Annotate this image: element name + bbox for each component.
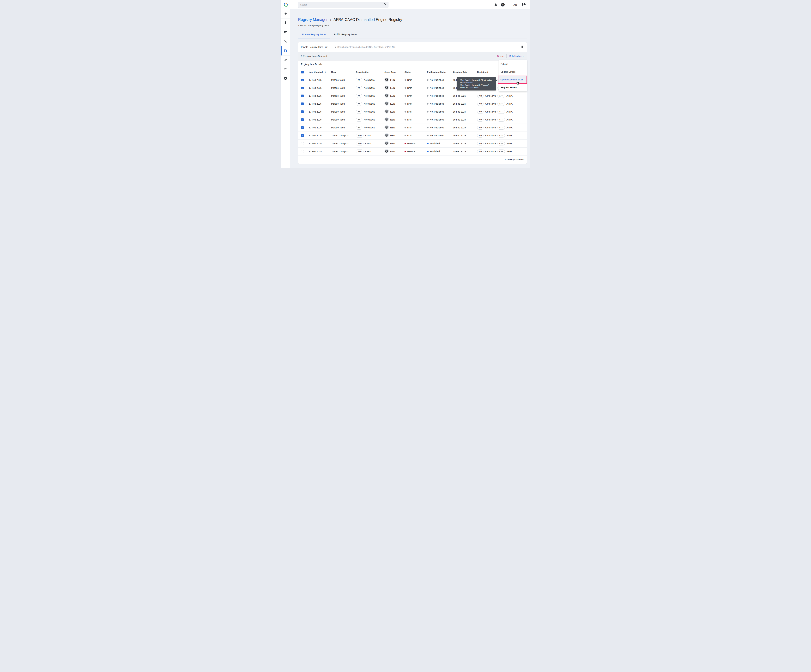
menu-item-request-review[interactable]: Request Review <box>499 83 527 91</box>
column-header-organization[interactable]: Organization <box>356 68 384 76</box>
menu-item-update-details[interactable]: Update Details <box>499 68 527 76</box>
column-header-publication-status[interactable]: Publication Status <box>427 68 453 76</box>
table-row[interactable]: 17 Feb 2025 Matsuo Tatsui ANAero Nova ES… <box>298 92 527 100</box>
cell-status: Draft <box>407 87 412 89</box>
table-row[interactable]: 17 Feb 2025 Matsuo Tatsui ANAero Nova ES… <box>298 108 527 116</box>
sidebar-item-dashboard[interactable] <box>281 28 290 37</box>
registry-search-input[interactable] <box>338 46 517 48</box>
tooltip-bullet-item: •Only Registry Items with “Draft” status… <box>458 79 494 84</box>
app-logo[interactable] <box>283 2 288 7</box>
status-dot <box>404 151 406 152</box>
org-code-chip: AFR <box>356 142 363 146</box>
column-header-last-updated[interactable]: Last Updated <box>309 71 323 73</box>
org-code-chip: AN <box>356 126 362 129</box>
gear-icon <box>284 76 287 81</box>
cell-registrant-name: Aero Nova <box>485 110 496 113</box>
row-checkbox[interactable] <box>301 110 304 113</box>
org-code-chip: AN <box>356 118 362 122</box>
select-all-checkbox[interactable] <box>301 71 304 73</box>
cell-creation-date: 15 Feb 2025 <box>453 110 466 113</box>
cell-publication-status: Published <box>430 150 440 153</box>
org-code-chip: AFR <box>497 142 505 146</box>
global-search-input[interactable] <box>298 3 383 6</box>
org-code-chip: AN <box>356 78 362 82</box>
cell-status: Revoked <box>407 142 416 145</box>
sidebar-item-settings[interactable] <box>281 74 290 83</box>
publication-status-dot <box>427 135 429 136</box>
cell-registrant-name: AFRA <box>506 150 512 153</box>
tab-public-registry-items[interactable]: Public Registry Items <box>330 32 361 39</box>
menu-item-update-document-list[interactable]: Update Document List <box>498 76 527 84</box>
table-row[interactable]: 17 Feb 2025 James Thompson AFRAFRA ESN D… <box>298 132 527 140</box>
tab-private-registry-items[interactable]: Private Registry Items <box>298 32 330 39</box>
cell-status: Revoked <box>407 150 416 153</box>
sort-desc-icon[interactable]: ↓ <box>325 71 326 73</box>
menu-item-publish[interactable]: Publish <box>499 60 527 68</box>
row-checkbox[interactable] <box>301 95 304 97</box>
sidebar-item-files[interactable] <box>281 65 290 74</box>
org-code-chip: AN <box>477 126 484 129</box>
cell-user: Matsuo Tatsui <box>331 126 345 129</box>
cell-status: Draft <box>407 134 412 137</box>
list-toolbar: Private Registry Items List <box>298 42 527 52</box>
help-icon[interactable]: ? <box>499 0 506 9</box>
cell-last-updated: 17 Feb 2025 <box>309 142 322 145</box>
row-checkbox[interactable] <box>301 79 304 81</box>
delete-button[interactable]: Delete <box>497 55 504 58</box>
sidebar-item-asset-sync[interactable] <box>281 37 290 46</box>
divider <box>506 54 507 58</box>
row-checkbox[interactable] <box>301 134 304 137</box>
row-checkbox[interactable] <box>301 150 304 153</box>
status-dot <box>404 143 406 144</box>
publication-status-dot <box>427 87 429 89</box>
row-checkbox[interactable] <box>301 87 304 89</box>
status-dot <box>404 135 406 136</box>
sidebar-item-aircraft[interactable] <box>281 19 290 28</box>
cell-user: James Thompson <box>331 134 349 137</box>
table-row[interactable]: 17 Feb 2025 James Thompson AFRAFRA ESN R… <box>298 148 527 156</box>
table-row[interactable]: 17 Feb 2025 James Thompson AFRAFRA ESN R… <box>298 140 527 148</box>
cell-publication-status: Published <box>430 142 440 145</box>
cell-last-updated: 17 Feb 2025 <box>309 119 322 121</box>
row-checkbox[interactable] <box>301 119 304 121</box>
caret-up-icon: ▴ <box>523 55 523 57</box>
cell-status: Draft <box>407 95 412 97</box>
page-title: AFRA-CAAC Dismantled Engine Registry <box>334 17 402 22</box>
cell-asset-type: ESN <box>390 126 395 129</box>
bulk-update-button[interactable]: Bulk Update ▴ <box>509 55 523 58</box>
registry-items-card: Private Registry Items List 8 Registry I… <box>298 42 527 164</box>
cell-user: Matsuo Tatsui <box>331 110 345 113</box>
search-icon[interactable] <box>383 3 386 7</box>
column-header-creation-date[interactable]: Creation Date <box>453 68 477 76</box>
sidebar-item-transfers[interactable] <box>281 56 290 65</box>
column-settings-button[interactable] <box>517 42 527 52</box>
row-checkbox[interactable] <box>301 102 304 105</box>
cell-publication-status: Not Published <box>430 102 444 105</box>
sidebar-item-add[interactable] <box>281 9 290 19</box>
column-header-user[interactable]: User <box>331 68 356 76</box>
table-row[interactable]: 17 Feb 2025 Matsuo Tatsui ANAero Nova ES… <box>298 124 527 132</box>
cell-user: Matsuo Tatsui <box>331 119 345 121</box>
cell-asset-type: ESN <box>390 142 395 145</box>
column-header-asset-type[interactable]: Asset Type <box>384 68 404 76</box>
table-row[interactable]: 17 Feb 2025 Matsuo Tatsui ANAero Nova ES… <box>298 100 527 108</box>
publication-status-dot <box>427 143 429 144</box>
svg-text:?: ? <box>502 3 504 6</box>
cell-registrant-name: Aero Nova <box>485 102 496 105</box>
breadcrumb-parent-link[interactable]: Registry Manager <box>298 17 327 22</box>
column-header-status[interactable]: Status <box>404 68 427 76</box>
cell-org-name: Aero Nova <box>364 87 375 89</box>
user-menu[interactable]: AN <box>508 2 527 8</box>
cell-last-updated: 17 Feb 2025 <box>309 95 322 97</box>
org-code-chip: AN <box>477 149 484 153</box>
cell-status: Draft <box>407 102 412 105</box>
notifications-bell-icon[interactable] <box>492 0 499 9</box>
cell-status: Draft <box>407 119 412 121</box>
row-checkbox[interactable] <box>301 126 304 129</box>
row-checkbox[interactable] <box>301 142 304 145</box>
cell-org-name: Aero Nova <box>364 110 375 113</box>
cell-last-updated: 17 Feb 2025 <box>309 150 322 153</box>
sidebar-item-registry-manager[interactable] <box>281 46 290 56</box>
cell-registrant-name: AFRA <box>506 119 512 121</box>
table-row[interactable]: 17 Feb 2025 Matsuo Tatsui ANAero Nova ES… <box>298 116 527 124</box>
